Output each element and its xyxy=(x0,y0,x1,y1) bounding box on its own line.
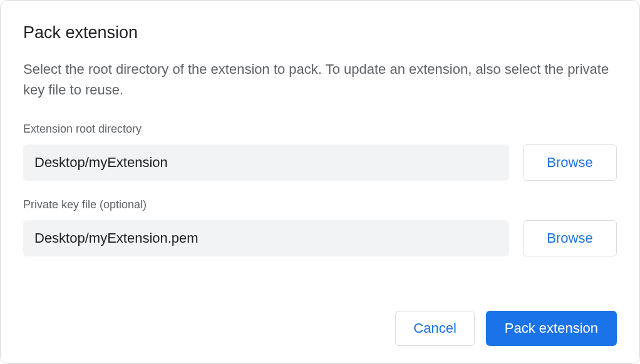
private-key-input[interactable] xyxy=(23,220,509,256)
browse-key-button[interactable]: Browse xyxy=(523,220,617,256)
browse-root-button[interactable]: Browse xyxy=(523,144,617,181)
private-key-field: Private key file (optional) Browse xyxy=(23,198,617,274)
root-directory-input[interactable] xyxy=(23,144,509,181)
pack-extension-button[interactable]: Pack extension xyxy=(486,311,617,346)
pack-extension-dialog: Pack extension Select the root directory… xyxy=(0,0,640,364)
private-key-label: Private key file (optional) xyxy=(23,198,617,211)
root-directory-label: Extension root directory xyxy=(23,123,617,136)
root-directory-row: Browse xyxy=(23,144,617,181)
cancel-button[interactable]: Cancel xyxy=(395,311,474,346)
root-directory-field: Extension root directory Browse xyxy=(23,123,617,198)
dialog-description: Select the root directory of the extensi… xyxy=(23,59,617,100)
dialog-footer: Cancel Pack extension xyxy=(23,311,617,346)
private-key-row: Browse xyxy=(23,220,617,256)
dialog-title: Pack extension xyxy=(23,23,617,43)
